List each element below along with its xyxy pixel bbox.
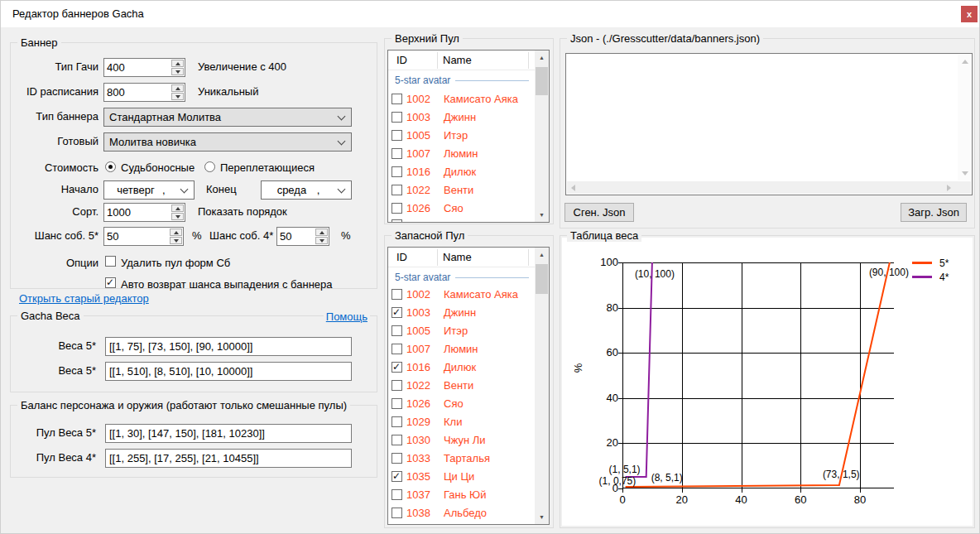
chance5-input[interactable]: [103, 227, 184, 246]
item-checkbox[interactable]: [392, 185, 402, 195]
scrollbar-vertical[interactable]: ▲ ▼: [535, 248, 549, 524]
scroll-up-icon[interactable]: ▲: [535, 51, 549, 65]
pool-item-row[interactable]: 1030Чжун Ли: [388, 431, 549, 449]
start-select[interactable]: четверг ,: [103, 180, 195, 200]
column-name[interactable]: Name: [443, 54, 472, 66]
generate-json-button[interactable]: Сген. Json: [564, 203, 634, 222]
item-checkbox[interactable]: [392, 508, 402, 518]
weights5-input-2[interactable]: [105, 362, 352, 381]
spin-up-icon[interactable]: [171, 60, 184, 67]
item-checkbox[interactable]: [392, 307, 402, 318]
scrollbar-thumb[interactable]: [536, 264, 548, 294]
scroll-up-icon[interactable]: ▲: [535, 248, 549, 262]
preset-select[interactable]: Молитва новичка: [103, 132, 352, 152]
item-checkbox[interactable]: [392, 130, 402, 141]
pool-item-row[interactable]: 1016Дилюк: [388, 162, 549, 180]
end-select[interactable]: среда ,: [261, 180, 352, 200]
pool-item-row[interactable]: 1005Итэр: [388, 321, 549, 339]
spin-up-icon[interactable]: [171, 84, 184, 92]
end-separator: ,: [317, 184, 320, 196]
pool-item-row[interactable]: 1026Сяо: [388, 199, 549, 217]
item-checkbox[interactable]: [392, 362, 402, 373]
close-button[interactable]: x: [961, 6, 978, 22]
open-old-editor-link[interactable]: Открыть старый редактор: [19, 292, 149, 305]
scroll-right-icon[interactable]: [947, 185, 951, 191]
item-checkbox[interactable]: [392, 398, 402, 409]
scroll-down-icon[interactable]: [962, 171, 968, 176]
chance4-value[interactable]: [277, 228, 315, 245]
auto-return-checkbox[interactable]: [105, 277, 116, 288]
chance5-value[interactable]: [104, 228, 169, 245]
item-checkbox[interactable]: [392, 380, 402, 391]
spin-down-icon[interactable]: [170, 237, 182, 244]
item-checkbox[interactable]: [392, 471, 402, 482]
item-checkbox[interactable]: [392, 289, 402, 300]
item-checkbox[interactable]: [392, 435, 402, 445]
spin-down-icon[interactable]: [171, 93, 184, 100]
item-checkbox[interactable]: [392, 166, 402, 177]
pool-item-row[interactable]: 1033Тарталья: [388, 449, 549, 467]
pool-item-row[interactable]: 1007Люмин: [388, 144, 549, 162]
cost-radio-intertwined[interactable]: [204, 161, 215, 172]
pool-item-row[interactable]: 1007Люмин: [388, 339, 549, 358]
gacha-type-input[interactable]: [103, 58, 185, 77]
pool-item-row[interactable]: 1035Ци Ци: [388, 467, 549, 485]
pool-item-row[interactable]: 1003Джинн: [388, 303, 549, 321]
pool-item-row[interactable]: 1026Сяо: [388, 394, 549, 412]
json-textarea[interactable]: [565, 53, 973, 195]
remove-pool-checkbox[interactable]: [105, 256, 116, 267]
scrollbar-vertical[interactable]: ▲ ▼: [535, 51, 549, 222]
pool-weight4-input[interactable]: [105, 449, 352, 468]
item-checkbox[interactable]: [392, 148, 402, 159]
spin-down-icon[interactable]: [171, 68, 184, 75]
item-checkbox[interactable]: [392, 489, 402, 500]
pool-item-row[interactable]: 1003Джинн: [388, 108, 549, 126]
item-checkbox[interactable]: [392, 325, 402, 336]
scrollbar-vertical[interactable]: [958, 55, 971, 180]
item-checkbox[interactable]: [392, 203, 402, 214]
spin-down-icon[interactable]: [315, 237, 328, 244]
banner-type-select[interactable]: Стандартная Молитва: [103, 108, 352, 127]
pool-item-row[interactable]: 1002Камисато Аяка: [388, 89, 549, 108]
pool-item-row[interactable]: 1016Дилюк: [388, 358, 549, 376]
chance4-input[interactable]: [276, 227, 329, 246]
item-name: Джинн: [444, 306, 476, 319]
column-id[interactable]: ID: [396, 54, 407, 66]
pool-item-row[interactable]: 1005Итэр: [388, 126, 549, 144]
spin-up-icon[interactable]: [315, 229, 328, 236]
scroll-down-icon[interactable]: ▼: [535, 510, 549, 524]
reserve-pool-list[interactable]: ID Name 5-star avatar 1002Камисато Аяка1…: [387, 247, 550, 525]
weights5-input-1[interactable]: [105, 337, 352, 356]
pool-item-row[interactable]: 1022Венти: [388, 376, 549, 394]
column-id[interactable]: ID: [396, 251, 407, 263]
schedule-id-input[interactable]: [103, 83, 185, 102]
scroll-left-icon[interactable]: [571, 185, 575, 191]
cost-radio-fate[interactable]: [105, 161, 116, 172]
pool-item-row[interactable]: 1029Кли: [388, 412, 549, 431]
scroll-down-icon[interactable]: ▼: [535, 208, 549, 222]
pool-weight5-input[interactable]: [105, 424, 352, 443]
item-checkbox[interactable]: [392, 94, 402, 104]
spin-up-icon[interactable]: [171, 204, 184, 212]
sort-value[interactable]: [104, 204, 171, 221]
load-json-button[interactable]: Загр. Json: [901, 203, 967, 222]
pool-item-row[interactable]: 1002Камисато Аяка: [388, 285, 549, 303]
scrollbar-thumb[interactable]: [536, 67, 548, 95]
upper-pool-list[interactable]: ID Name 5-star avatar 1002Камисато Аяка1…: [387, 50, 550, 223]
column-name[interactable]: Name: [443, 251, 472, 263]
item-checkbox[interactable]: [392, 453, 402, 464]
pool-item-row[interactable]: 1038Альбедо: [388, 503, 549, 522]
scrollbar-horizontal[interactable]: [567, 181, 971, 194]
item-checkbox[interactable]: [392, 416, 402, 427]
spin-down-icon[interactable]: [171, 213, 184, 220]
sort-input[interactable]: [103, 203, 185, 222]
scroll-up-icon[interactable]: [962, 60, 968, 64]
pool-item-row[interactable]: 1022Венти: [388, 180, 549, 199]
spin-up-icon[interactable]: [170, 229, 182, 236]
help-link[interactable]: Помощь: [324, 310, 370, 323]
pool-item-row[interactable]: 1037Гань Юй: [388, 485, 549, 503]
gacha-type-value[interactable]: [104, 59, 171, 76]
item-checkbox[interactable]: [392, 344, 402, 354]
item-checkbox[interactable]: [392, 112, 402, 123]
schedule-id-value[interactable]: [104, 84, 171, 101]
